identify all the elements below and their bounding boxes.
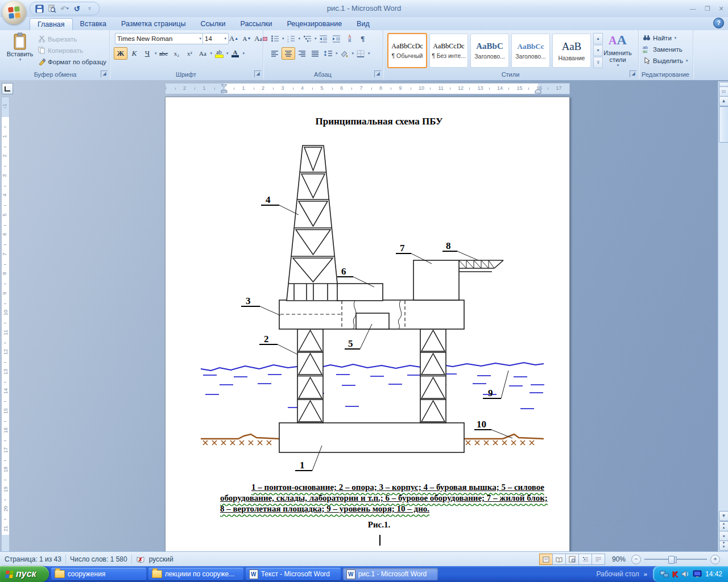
font-size-combobox[interactable]: 14▾ — [202, 33, 229, 44]
increase-indent-button[interactable] — [330, 33, 343, 44]
toolbar-chevron-icon[interactable]: » — [644, 571, 647, 577]
language-indicator[interactable]: русский — [149, 555, 173, 563]
print-layout-view-icon[interactable] — [539, 554, 553, 565]
outline-view-icon[interactable] — [578, 554, 592, 565]
taskbar-window-tekst-word[interactable]: W Текст - Microsoft Word — [246, 568, 341, 580]
redo-icon[interactable]: ↺ — [72, 4, 82, 14]
font-name-combobox[interactable]: Times New Roman▾ — [115, 33, 204, 44]
office-button[interactable] — [2, 1, 26, 24]
vertical-ruler[interactable]: 1123456789101112131415161718192021 — [1, 97, 10, 551]
align-left-button[interactable] — [268, 48, 281, 59]
replace-button[interactable]: abac Заменить — [641, 44, 690, 55]
font-color-button[interactable]: А — [229, 48, 242, 59]
kaspersky-icon[interactable]: K — [672, 569, 678, 579]
clipboard-dialog-launcher-icon[interactable]: ◢ — [101, 70, 107, 77]
shading-button[interactable] — [338, 48, 351, 59]
volume-icon[interactable] — [681, 570, 689, 578]
style-card-heading1[interactable]: AaBbC Заголово... — [470, 34, 509, 68]
browse-object-icon[interactable]: ● — [719, 531, 728, 541]
tab-glavnaya[interactable]: Главная — [30, 18, 73, 30]
grow-font-button[interactable]: A▲ — [228, 33, 240, 44]
proofing-error-icon[interactable]: ✗ — [136, 555, 146, 564]
display-icon[interactable] — [693, 570, 702, 578]
shrink-font-button[interactable]: A▼ — [241, 33, 253, 44]
draft-view-icon[interactable] — [592, 554, 605, 565]
subscript-button[interactable]: x₂ — [171, 48, 183, 59]
line-spacing-button[interactable] — [322, 48, 334, 59]
desktop-toolbar[interactable]: Рабочий стол » — [596, 570, 647, 578]
tab-recenzirovanie[interactable]: Рецензирование — [280, 18, 350, 30]
font-color-dropdown-icon[interactable]: ▾ — [243, 51, 245, 56]
decrease-indent-button[interactable] — [317, 33, 330, 44]
change-case-button[interactable]: Aa — [197, 48, 209, 59]
bold-button[interactable]: Ж — [114, 47, 127, 60]
superscript-button[interactable]: x² — [184, 48, 196, 59]
select-button[interactable]: Выделить▾ — [641, 55, 690, 66]
document-page[interactable]: Принципиальная схема ПБУ — [165, 97, 570, 551]
underline-button[interactable]: Ч — [141, 48, 154, 59]
print-preview-icon[interactable]: 100 — [47, 4, 57, 14]
save-icon[interactable] — [35, 4, 44, 14]
qat-customize-icon[interactable]: ▿ — [85, 4, 94, 14]
underline-dropdown-icon[interactable]: ▾ — [155, 51, 157, 56]
fullscreen-reading-view-icon[interactable] — [552, 554, 566, 565]
minimize-button[interactable]: — — [686, 5, 700, 13]
find-button[interactable]: Найти▾ — [641, 32, 690, 43]
scroll-down-icon[interactable]: ▼ — [719, 511, 728, 521]
line-spacing-dropdown-icon[interactable]: ▾ — [336, 51, 338, 56]
change-styles-button[interactable]: AA Изменить стили ▾ — [600, 32, 635, 68]
numbering-dropdown-icon[interactable]: ▾ — [299, 36, 301, 41]
tab-razmetka[interactable]: Разметка страницы — [114, 18, 193, 30]
vertical-scrollbar[interactable]: ▭ ▲ ▼ ▲▲ ● ▼▼ — [718, 81, 728, 551]
indent-markers-icon[interactable] — [221, 84, 228, 93]
web-layout-view-icon[interactable] — [565, 554, 579, 565]
format-painter-button[interactable]: Формат по образцу — [36, 56, 108, 67]
multilevel-list-button[interactable] — [301, 33, 313, 44]
zoom-in-icon[interactable]: + — [710, 555, 720, 564]
taskbar-window-sooruzheniya[interactable]: сооружения — [51, 568, 146, 580]
strikethrough-button[interactable]: abc — [158, 48, 170, 59]
network-icon[interactable] — [660, 570, 669, 578]
font-dialog-launcher-icon[interactable]: ◢ — [254, 70, 261, 77]
close-button[interactable]: ✕ — [714, 5, 728, 13]
copy-button[interactable]: Копировать — [36, 45, 108, 56]
highlight-button[interactable]: ab — [213, 48, 225, 59]
ruler-toggle-icon[interactable]: ▭ — [719, 86, 728, 97]
multilevel-dropdown-icon[interactable]: ▾ — [315, 36, 317, 41]
style-card-heading2[interactable]: AaBbCc Заголово... — [511, 34, 550, 68]
sort-button[interactable]: А Я — [344, 33, 356, 44]
bullets-button[interactable] — [268, 33, 281, 44]
taskbar-window-ris1-word[interactable]: W рис.1 - Microsoft Word — [343, 568, 438, 580]
change-case-dropdown-icon[interactable]: ▾ — [210, 51, 213, 56]
styles-dialog-launcher-icon[interactable]: ◢ — [630, 70, 636, 77]
zoom-level[interactable]: 90% — [612, 555, 626, 563]
tab-vid[interactable]: Вид — [349, 18, 377, 30]
scroll-up-icon[interactable]: ▲ — [719, 96, 728, 106]
clock[interactable]: 14:42 — [705, 570, 722, 578]
tab-stop-selector[interactable] — [2, 83, 13, 94]
undo-icon[interactable]: ↶▾ — [60, 4, 69, 14]
taskbar-window-lekcii[interactable]: лекциии по сооруже... — [148, 568, 243, 580]
align-right-button[interactable] — [296, 48, 308, 59]
next-page-icon[interactable]: ▼▼ — [719, 541, 728, 551]
highlight-dropdown-icon[interactable]: ▾ — [226, 51, 229, 56]
style-card-title[interactable]: АаВ Название — [552, 34, 591, 68]
paragraph-dialog-launcher-icon[interactable]: ◢ — [374, 70, 381, 77]
help-icon[interactable]: ? — [713, 18, 724, 28]
tab-ssylki[interactable]: Ссылки — [193, 18, 233, 30]
start-button[interactable]: пуск — [0, 566, 49, 582]
italic-button[interactable]: К — [128, 48, 140, 59]
scrollbar-thumb[interactable] — [719, 106, 728, 143]
bullets-dropdown-icon[interactable]: ▾ — [282, 36, 284, 41]
show-paragraph-marks-button[interactable]: ¶ — [357, 33, 369, 44]
style-card-no-spacing[interactable]: AaBbCcDc ¶ Без инте... — [429, 34, 468, 68]
zoom-slider-thumb[interactable] — [668, 556, 675, 564]
justify-button[interactable] — [309, 48, 321, 59]
word-count[interactable]: Число слов: 1 580 — [70, 555, 127, 563]
tab-rassylki[interactable]: Рассылки — [233, 18, 279, 30]
previous-page-icon[interactable]: ▲▲ — [719, 521, 728, 531]
borders-button[interactable] — [354, 48, 367, 59]
restore-button[interactable]: ❐ — [701, 5, 714, 13]
tab-vstavka[interactable]: Вставка — [73, 18, 114, 30]
style-card-normal[interactable]: AaBbCcDc ¶ Обычный — [387, 33, 427, 68]
